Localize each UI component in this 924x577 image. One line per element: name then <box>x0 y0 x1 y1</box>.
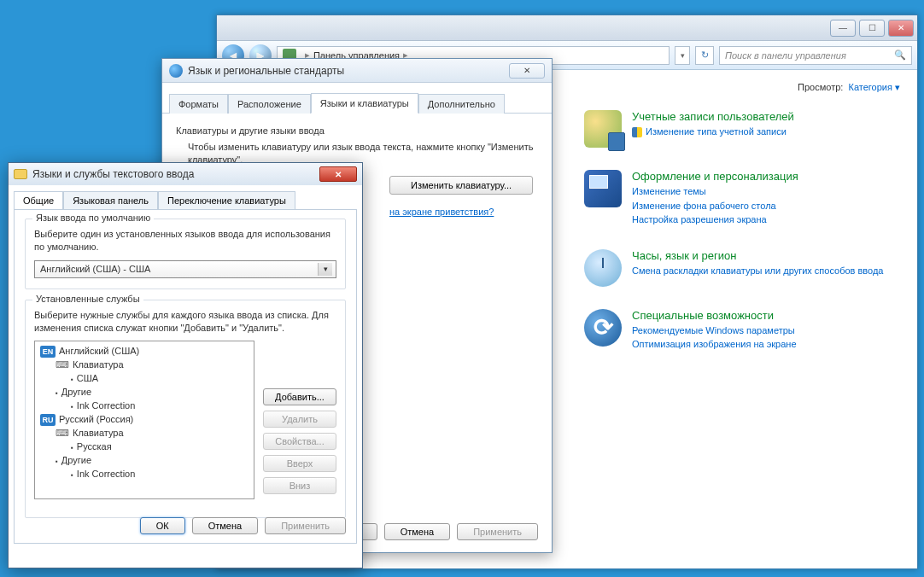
category-link[interactable]: Изменение темы <box>632 184 798 199</box>
tree-lang-ru[interactable]: RUРусский (Россия) <box>40 413 249 427</box>
installed-services-group: Установленные службы Выберите нужные слу… <box>25 300 346 518</box>
globe-icon <box>169 64 183 78</box>
category-link[interactable]: Оптимизация изображения на экране <box>632 337 797 352</box>
access-icon <box>584 309 622 347</box>
add-button[interactable]: Добавить... <box>263 388 336 405</box>
search-icon: 🔍 <box>894 50 906 61</box>
category-link[interactable]: Настройка разрешения экрана <box>632 213 798 227</box>
cp-titlebar: — ☐ ✕ <box>217 15 917 41</box>
tree-layout-us[interactable]: США <box>71 372 249 386</box>
tree-side-buttons: Добавить... Удалить Свойства... Вверх Вн… <box>263 341 336 499</box>
reg-titlebar: Язык и региональные стандарты ✕ <box>162 59 552 83</box>
category-title[interactable]: Часы, язык и регион <box>632 249 883 262</box>
close-button[interactable]: ✕ <box>509 63 545 79</box>
kb-group-title: Клавиатуры и другие языки ввода <box>176 125 538 136</box>
view-mode-dropdown[interactable]: Категория ▾ <box>849 82 900 92</box>
move-down-button[interactable]: Вниз <box>263 477 336 494</box>
category-appearance: Оформление и персонализация Изменение те… <box>584 170 900 227</box>
tab-administrative[interactable]: Дополнительно <box>418 94 505 114</box>
category-link[interactable]: Изменение типа учетной записи <box>632 125 794 139</box>
ts-title-text: Языки и службы текстового ввода <box>32 168 194 180</box>
ts-titlebar: Языки и службы текстового ввода ✕ <box>9 163 362 185</box>
ru-badge-icon: RU <box>40 414 56 426</box>
close-button[interactable]: ✕ <box>319 166 357 182</box>
tree-keyboard-node[interactable]: Клавиатура <box>56 427 249 440</box>
tree-layout-russian[interactable]: Русская <box>71 440 249 454</box>
tree-ink-correction[interactable]: Ink Correction <box>71 399 249 413</box>
close-button[interactable]: ✕ <box>888 20 914 37</box>
tab-formats[interactable]: Форматы <box>169 94 228 114</box>
search-placeholder: Поиск в панели управления <box>725 50 846 61</box>
move-up-button[interactable]: Вверх <box>263 455 336 472</box>
keyboard-icon <box>14 169 27 179</box>
category-ease-of-access: Специальные возможности Рекомендуемые Wi… <box>584 309 900 352</box>
cancel-button[interactable]: Отмена <box>192 517 258 534</box>
default-language-group: Язык ввода по умолчанию Выберите один из… <box>25 219 346 289</box>
breadcrumb-dropdown[interactable]: ▾ <box>675 46 690 65</box>
search-input[interactable]: Поиск в панели управления 🔍 <box>719 46 912 65</box>
category-title[interactable]: Учетные записи пользователей <box>632 110 794 123</box>
tab-advanced-keys[interactable]: Переключение клавиатуры <box>158 191 295 210</box>
tree-lang-en[interactable]: ENАнглийский (США) <box>40 345 249 358</box>
default-lang-desc: Выберите один из установленных языков вв… <box>34 228 336 254</box>
tab-general[interactable]: Общие <box>14 191 63 210</box>
group-label: Язык ввода по умолчанию <box>32 213 154 223</box>
clock-icon <box>584 249 622 287</box>
tab-location[interactable]: Расположение <box>228 94 311 114</box>
refresh-button[interactable]: ↻ <box>695 46 714 65</box>
reg-title-text: Язык и региональные стандарты <box>188 65 344 77</box>
category-clock-lang-region: Часы, язык и регион Смена раскладки клав… <box>584 249 900 287</box>
category-user-accounts: Учетные записи пользователей Изменение т… <box>584 110 900 148</box>
tree-keyboard-node[interactable]: Клавиатура <box>56 358 249 372</box>
default-language-select[interactable]: Английский (США) - США <box>34 260 336 278</box>
change-keyboard-button[interactable]: Изменить клавиатуру... <box>389 176 533 195</box>
text-services-dialog: Языки и службы текстового ввода ✕ Общие … <box>8 162 363 568</box>
tree-other-node[interactable]: Другие <box>56 454 249 468</box>
shield-icon <box>632 127 642 137</box>
category-title[interactable]: Оформление и персонализация <box>632 170 798 183</box>
reg-tabstrip: Форматы Расположение Языки и клавиатуры … <box>162 90 552 114</box>
users-icon <box>584 110 622 148</box>
ts-tabstrip: Общие Языковая панель Переключение клави… <box>9 185 362 209</box>
group-label: Установленные службы <box>32 294 143 304</box>
category-link[interactable]: Рекомендуемые Windows параметры <box>632 323 797 338</box>
tree-other-node[interactable]: Другие <box>56 386 249 399</box>
view-label: Просмотр: <box>798 82 843 92</box>
tab-keyboards-languages[interactable]: Языки и клавиатуры <box>311 93 418 114</box>
category-link[interactable]: Смена раскладки клавиатуры или других сп… <box>632 264 883 278</box>
category-title[interactable]: Специальные возможности <box>632 309 797 322</box>
en-badge-icon: EN <box>40 346 56 358</box>
welcome-screen-link[interactable]: на экране приветствия? <box>389 207 494 217</box>
apply-button[interactable]: Применить <box>265 517 346 534</box>
appearance-icon <box>584 170 622 207</box>
category-link[interactable]: Изменение фона рабочего стола <box>632 199 798 213</box>
minimize-button[interactable]: — <box>830 20 856 37</box>
tab-language-bar[interactable]: Языковая панель <box>63 191 158 210</box>
ok-button[interactable]: ОК <box>140 517 185 534</box>
installed-desc: Выберите нужные службы для каждого языка… <box>34 309 336 335</box>
apply-button[interactable]: Применить <box>457 523 538 540</box>
remove-button[interactable]: Удалить <box>263 411 336 428</box>
ts-panel: Язык ввода по умолчанию Выберите один из… <box>14 209 357 544</box>
services-tree[interactable]: ENАнглийский (США) Клавиатура США Другие… <box>34 341 254 499</box>
ts-footer: ОК Отмена Применить <box>140 517 346 534</box>
maximize-button[interactable]: ☐ <box>859 20 885 37</box>
tree-ink-correction[interactable]: Ink Correction <box>71 468 249 481</box>
properties-button[interactable]: Свойства... <box>263 433 336 450</box>
cancel-button[interactable]: Отмена <box>384 523 450 540</box>
